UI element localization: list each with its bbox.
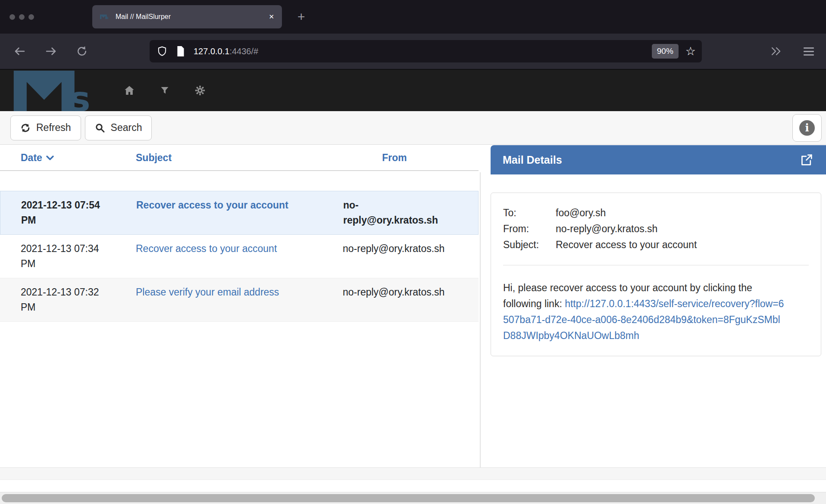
url-text[interactable]: 127.0.0.1:4436/# [194, 47, 258, 56]
scrollbar-thumb[interactable] [2, 494, 815, 502]
mail-row[interactable]: 2021-12-13 07:34 PM Recover access to yo… [0, 235, 479, 278]
to-label: To: [503, 205, 556, 221]
home-button[interactable] [123, 84, 136, 97]
detail-from-row: From: no-reply@ory.kratos.sh [503, 221, 809, 237]
url-bar[interactable]: 127.0.0.1:4436/# 90% ☆ [150, 40, 702, 62]
zoom-level-badge[interactable]: 90% [652, 44, 679, 59]
mailslurper-logo: s [12, 71, 100, 111]
search-icon [95, 123, 105, 133]
home-icon [123, 84, 135, 96]
detail-to-row: To: foo@ory.sh [503, 205, 809, 221]
new-tab-button[interactable]: + [297, 10, 305, 23]
browser-toolbar: 127.0.0.1:4436/# 90% ☆ [0, 34, 826, 70]
subject-value: Recover access to your account [556, 237, 697, 253]
page-info-icon[interactable] [175, 46, 186, 57]
tab-title: Mail // MailSlurper [116, 13, 264, 21]
open-external-icon[interactable] [800, 153, 813, 166]
logo-letter-s: s [70, 79, 91, 111]
mail-list-header: Date Subject From [0, 145, 479, 171]
reload-button[interactable] [72, 42, 91, 61]
horizontal-scrollbar[interactable] [0, 492, 826, 504]
shield-icon[interactable] [156, 46, 168, 57]
reload-icon [75, 45, 88, 58]
mail-subject-link[interactable]: Please verify your email address [136, 286, 279, 298]
window-dot[interactable] [19, 14, 25, 20]
page-toolbar: Refresh Search i [0, 111, 826, 145]
filter-funnel-icon [160, 85, 170, 96]
mail-row[interactable]: 2021-12-13 07:32 PM Please verify your e… [0, 278, 479, 322]
search-button[interactable]: Search [85, 115, 152, 140]
column-header-from[interactable]: From [343, 152, 479, 164]
appbar-icons [123, 70, 206, 111]
date-header-label: Date [21, 152, 42, 164]
forward-button[interactable] [41, 42, 60, 61]
content-area: Date Subject From 2021-12-13 07:54 PM Re… [0, 145, 826, 467]
tab-bar: s Mail // MailSlurper ✕ + [0, 0, 826, 34]
info-icon: i [799, 120, 815, 136]
mail-list: Date Subject From 2021-12-13 07:54 PM Re… [0, 145, 479, 322]
mail-details-header: Mail Details [491, 145, 826, 174]
mail-subject-link[interactable]: Recover access to your account [136, 243, 277, 254]
panel-divider [480, 172, 481, 479]
url-host: 127.0.0.1 [194, 47, 229, 56]
info-button[interactable]: i [792, 114, 822, 142]
window-controls[interactable] [9, 14, 34, 20]
mail-row-selected[interactable]: 2021-12-13 07:54 PM Recover access to yo… [0, 191, 479, 235]
refresh-icon [20, 123, 31, 133]
mail-subject: Recover access to your account [136, 198, 343, 228]
mail-from: no-reply@ory.kratos.sh [343, 285, 479, 315]
window-dot[interactable] [9, 14, 15, 20]
subject-label: Subject: [503, 237, 556, 253]
window-dot[interactable] [28, 14, 34, 20]
column-header-date[interactable]: Date [0, 152, 136, 164]
mail-subject-link[interactable]: Recover access to your account [136, 199, 288, 211]
mail-subject: Please verify your email address [136, 285, 343, 315]
sort-chevron-down-icon [46, 155, 54, 161]
column-header-subject[interactable]: Subject [136, 152, 343, 164]
browser-tab[interactable]: s Mail // MailSlurper ✕ [92, 5, 282, 28]
mailslurper-favicon: s [100, 12, 110, 21]
refresh-button[interactable]: Refresh [10, 115, 81, 140]
bookmark-star-icon[interactable]: ☆ [685, 46, 696, 57]
url-path: :4436/# [229, 47, 258, 56]
filter-button[interactable] [158, 84, 171, 97]
hamburger-menu-button[interactable] [804, 47, 814, 56]
page-bottom-strip [0, 467, 826, 479]
back-arrow-icon [13, 45, 26, 58]
mail-details-card: To: foo@ory.sh From: no-reply@ory.kratos… [491, 193, 821, 356]
overflow-menu-button[interactable] [767, 42, 785, 61]
footer-strip [0, 479, 826, 492]
app-navbar: s [0, 70, 826, 111]
mail-rows: 2021-12-13 07:54 PM Recover access to yo… [0, 191, 479, 322]
mail-date: 2021-12-13 07:54 PM [0, 198, 136, 228]
to-value: foo@ory.sh [556, 205, 606, 221]
settings-button[interactable] [194, 84, 206, 97]
detail-subject-row: Subject: Recover access to your account [503, 237, 809, 253]
refresh-label: Refresh [36, 122, 71, 134]
mail-from: no-reply@ory.kratos.sh [343, 198, 478, 228]
forward-arrow-icon [44, 45, 57, 58]
mail-from: no-reply@ory.kratos.sh [343, 241, 479, 271]
mail-date: 2021-12-13 07:34 PM [0, 241, 136, 271]
mail-subject: Recover access to your account [136, 241, 343, 271]
from-value: no-reply@ory.kratos.sh [556, 221, 657, 237]
tab-close-icon[interactable]: ✕ [269, 13, 274, 21]
back-button[interactable] [10, 42, 29, 61]
mail-date: 2021-12-13 07:32 PM [0, 285, 136, 315]
double-chevron-icon [770, 46, 782, 57]
search-label: Search [111, 122, 142, 134]
gear-icon [194, 84, 206, 96]
mail-details-title: Mail Details [503, 154, 562, 166]
svg-text:s: s [106, 16, 108, 20]
mail-body: Hi, please recover access to your accoun… [503, 280, 785, 344]
browser-window: s Mail // MailSlurper ✕ + [0, 0, 826, 504]
card-divider [503, 265, 809, 265]
from-label: From: [503, 221, 556, 237]
